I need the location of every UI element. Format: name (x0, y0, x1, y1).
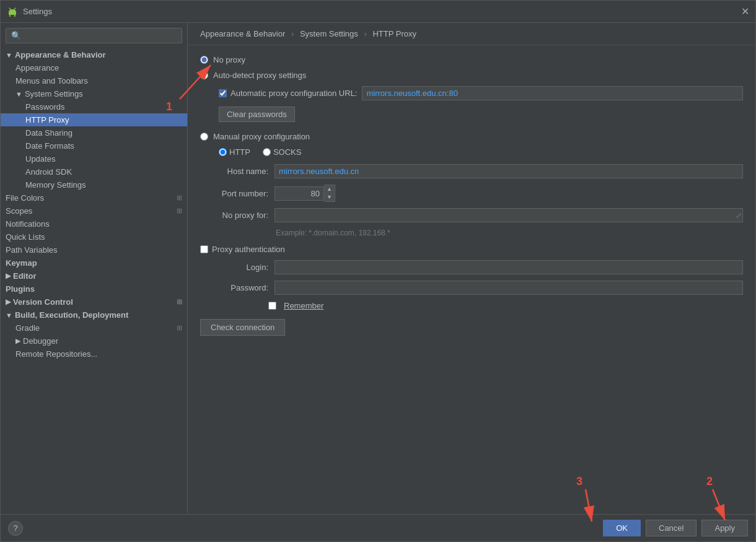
remember-label[interactable]: Remember (284, 301, 323, 310)
remember-checkbox[interactable] (268, 302, 276, 310)
http-option[interactable]: HTTP (219, 147, 250, 157)
sidebar-item-editor[interactable]: ▶ Editor (1, 269, 187, 282)
auto-proxy-section: Automatic proxy configuration URL: (219, 86, 743, 100)
copy-icon: ⊞ (177, 324, 182, 332)
breadcrumb-sep2: › (364, 29, 366, 38)
password-label: Password: (200, 283, 268, 292)
password-input[interactable] (275, 281, 743, 295)
sidebar: ▼ Appearance & Behavior Appearance Menus… (1, 23, 188, 514)
breadcrumb: Appearance & Behavior › System Settings … (188, 23, 755, 45)
no-proxy-radio[interactable] (200, 56, 208, 64)
port-input[interactable] (275, 186, 324, 201)
expand-arrow: ▶ (6, 272, 11, 280)
port-spinner: ▲ ▼ (324, 185, 335, 202)
sidebar-item-quick-lists[interactable]: Quick Lists (1, 230, 187, 243)
sidebar-item-build-execution[interactable]: ▼ Build, Execution, Deployment (1, 308, 187, 321)
sidebar-item-scopes[interactable]: Scopes ⊞ (1, 204, 187, 217)
sidebar-item-path-variables[interactable]: Path Variables (1, 243, 187, 256)
manual-proxy-radio[interactable] (200, 133, 208, 141)
port-input-wrap: ▲ ▼ (275, 185, 335, 202)
no-proxy-for-row: No proxy for: ⤢ (200, 208, 743, 222)
port-up-button[interactable]: ▲ (324, 185, 335, 193)
http-label[interactable]: HTTP (229, 147, 250, 157)
auto-config-url-input[interactable] (362, 86, 743, 100)
sidebar-item-system-settings[interactable]: ▼ System Settings (1, 87, 187, 100)
sidebar-item-version-control[interactable]: ▶ Version Control ⊞ (1, 295, 187, 308)
sidebar-item-appearance[interactable]: Appearance (1, 61, 187, 74)
expand-arrow: ▼ (15, 90, 22, 98)
sidebar-item-remote-repos[interactable]: Remote Repositories... (1, 347, 187, 361)
copy-icon: ⊞ (177, 207, 182, 215)
no-proxy-for-wrap: ⤢ (275, 208, 743, 222)
http-radio[interactable] (219, 148, 227, 156)
copy-icon: ⊞ (177, 194, 182, 202)
hostname-label: Host name: (200, 167, 268, 176)
proxy-auth-checkbox[interactable] (200, 245, 208, 253)
android-icon (7, 6, 18, 17)
auto-detect-radio[interactable] (200, 71, 208, 79)
no-proxy-row[interactable]: No proxy (200, 55, 743, 64)
port-label: Port number: (200, 189, 268, 198)
port-down-button[interactable]: ▼ (324, 193, 335, 201)
no-proxy-label[interactable]: No proxy (213, 55, 245, 64)
main-panel: Appearance & Behavior › System Settings … (188, 23, 755, 514)
breadcrumb-sep: › (291, 29, 294, 38)
auto-config-label[interactable]: Automatic proxy configuration URL: (231, 89, 357, 98)
close-button[interactable]: ✕ (741, 6, 749, 17)
sidebar-item-date-formats[interactable]: Date Formats (1, 139, 187, 152)
cancel-button[interactable]: Cancel (646, 520, 697, 536)
socks-option[interactable]: SOCKS (263, 147, 302, 157)
expand-arrow: ▶ (15, 337, 20, 345)
sidebar-item-debugger[interactable]: ▶ Debugger (1, 334, 187, 347)
login-row: Login: (200, 260, 743, 274)
auto-detect-label[interactable]: Auto-detect proxy settings (213, 71, 306, 80)
sidebar-item-memory-settings[interactable]: Memory Settings (1, 178, 187, 191)
sidebar-item-updates[interactable]: Updates (1, 152, 187, 165)
login-input[interactable] (275, 260, 743, 274)
sidebar-item-notifications[interactable]: Notifications (1, 217, 187, 230)
manual-proxy-row[interactable]: Manual proxy configuration (200, 132, 743, 141)
socks-radio[interactable] (263, 148, 271, 156)
socks-label[interactable]: SOCKS (273, 147, 302, 157)
auto-config-checkbox[interactable] (219, 89, 227, 97)
sidebar-item-data-sharing[interactable]: Data Sharing (1, 126, 187, 139)
remember-row[interactable]: Remember (268, 301, 743, 310)
apply-button[interactable]: Apply (701, 520, 748, 536)
sidebar-item-gradle[interactable]: Gradle ⊞ (1, 321, 187, 334)
svg-rect-4 (9, 15, 11, 17)
search-input[interactable] (6, 28, 182, 43)
check-connection-button[interactable]: Check connection (200, 319, 285, 336)
expand-arrow: ▼ (6, 51, 12, 59)
manual-proxy-label[interactable]: Manual proxy configuration (213, 132, 310, 141)
expand-icon[interactable]: ⤢ (736, 211, 742, 220)
auto-detect-row[interactable]: Auto-detect proxy settings (200, 71, 743, 80)
auto-config-url-row: Automatic proxy configuration URL: (219, 86, 743, 100)
sidebar-item-keymap[interactable]: Keymap (1, 256, 187, 269)
copy-icon: ⊞ (177, 298, 182, 306)
svg-rect-5 (14, 15, 15, 17)
help-button[interactable]: ? (8, 521, 23, 536)
sidebar-item-passwords[interactable]: Passwords (1, 100, 187, 113)
expand-arrow: ▼ (6, 312, 12, 319)
expand-arrow: ▶ (6, 298, 11, 306)
title-bar: Settings ✕ (1, 1, 755, 23)
sidebar-item-file-colors[interactable]: File Colors ⊞ (1, 191, 187, 204)
hostname-row: Host name: (200, 164, 743, 178)
no-proxy-for-label: No proxy for: (200, 211, 268, 220)
sidebar-item-appearance-behavior[interactable]: ▼ Appearance & Behavior (1, 48, 187, 61)
sidebar-item-http-proxy[interactable]: HTTP Proxy (1, 113, 187, 126)
sidebar-item-menus-toolbars[interactable]: Menus and Toolbars (1, 74, 187, 87)
proxy-auth-label[interactable]: Proxy authentication (212, 245, 285, 254)
sidebar-item-android-sdk[interactable]: Android SDK (1, 165, 187, 178)
no-proxy-for-input[interactable] (275, 208, 743, 222)
proxy-auth-row[interactable]: Proxy authentication (200, 245, 743, 254)
clear-passwords-button[interactable]: Clear passwords (219, 107, 295, 122)
settings-content: No proxy Auto-detect proxy settings Auto… (188, 45, 755, 514)
svg-line-3 (14, 8, 15, 9)
hostname-input[interactable] (275, 164, 743, 178)
sidebar-item-plugins[interactable]: Plugins (1, 282, 187, 295)
dialog-title: Settings (23, 7, 741, 16)
login-label: Login: (200, 263, 268, 272)
ok-button[interactable]: OK (603, 520, 641, 536)
bottom-bar: ? OK Cancel Apply (1, 514, 755, 541)
